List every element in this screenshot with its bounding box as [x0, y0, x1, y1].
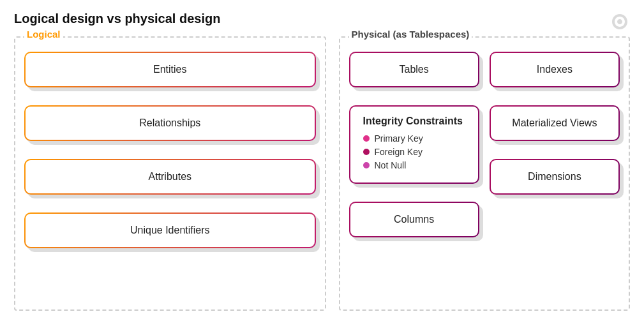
dimensions-stack: Dimensions [490, 159, 620, 195]
integrity-item-foreign: Foreign Key [363, 147, 465, 157]
physical-label: Physical (as Tablespaces) [349, 29, 472, 40]
primary-key-label: Primary Key [375, 133, 423, 144]
attributes-label: Attributes [137, 163, 203, 190]
materialized-views-stack: Materialized Views [490, 105, 620, 141]
logical-section: Logical Entities Relationships [14, 36, 326, 311]
page: Logical design vs physical design Logica… [0, 0, 644, 328]
indexes-card[interactable]: Indexes [490, 52, 620, 87]
tables-stack: Tables [349, 52, 479, 87]
integrity-item-primary: Primary Key [363, 133, 465, 144]
relationships-card[interactable]: Relationships [24, 105, 316, 141]
physical-col1: Tables Integrity Constraints Pr [349, 52, 479, 301]
entities-stack: Entities [24, 52, 316, 87]
logical-label: Logical [24, 29, 63, 40]
columns-label: Columns [382, 206, 446, 233]
dimensions-card[interactable]: Dimensions [490, 159, 620, 195]
integrity-item-notnull: Not Null [363, 160, 465, 170]
integrity-stack: Integrity Constraints Primary Key Foreig… [349, 105, 479, 184]
logical-cards: Entities Relationships Attribute [24, 52, 316, 248]
integrity-title: Integrity Constraints [363, 116, 465, 127]
not-null-dot [363, 162, 370, 168]
physical-outer: Physical (as Tablespaces) Tables [339, 36, 631, 311]
materialized-views-card[interactable]: Materialized Views [490, 105, 620, 141]
integrity-list: Primary Key Foreign Key Not Null [363, 133, 465, 170]
attributes-card[interactable]: Attributes [24, 159, 316, 195]
relationships-label: Relationships [128, 110, 212, 137]
dimensions-label: Dimensions [516, 163, 593, 190]
unique-identifiers-stack: Unique Identifiers [24, 212, 316, 248]
tables-card[interactable]: Tables [349, 52, 479, 87]
page-title: Logical design vs physical design [14, 11, 630, 26]
integrity-card[interactable]: Integrity Constraints Primary Key Foreig… [349, 105, 479, 184]
entities-label: Entities [142, 56, 198, 83]
entities-card[interactable]: Entities [24, 52, 316, 87]
main-layout: Logical Entities Relationships [14, 36, 630, 311]
materialized-views-label: Materialized Views [500, 110, 608, 137]
primary-key-dot [363, 135, 370, 142]
foreign-key-label: Foreign Key [375, 147, 423, 157]
physical-col2: Indexes Materialized Views [490, 52, 620, 301]
columns-card[interactable]: Columns [349, 202, 479, 237]
not-null-label: Not Null [375, 160, 407, 170]
indexes-label: Indexes [525, 56, 584, 83]
foreign-key-dot [363, 149, 370, 155]
tables-label: Tables [388, 56, 440, 83]
columns-stack: Columns [349, 202, 479, 237]
physical-section: Physical (as Tablespaces) Tables [339, 36, 631, 311]
logo-icon [610, 11, 630, 32]
attributes-stack: Attributes [24, 159, 316, 195]
indexes-stack: Indexes [490, 52, 620, 87]
unique-identifiers-card[interactable]: Unique Identifiers [24, 212, 316, 248]
relationships-stack: Relationships [24, 105, 316, 141]
unique-identifiers-label: Unique Identifiers [119, 217, 221, 244]
